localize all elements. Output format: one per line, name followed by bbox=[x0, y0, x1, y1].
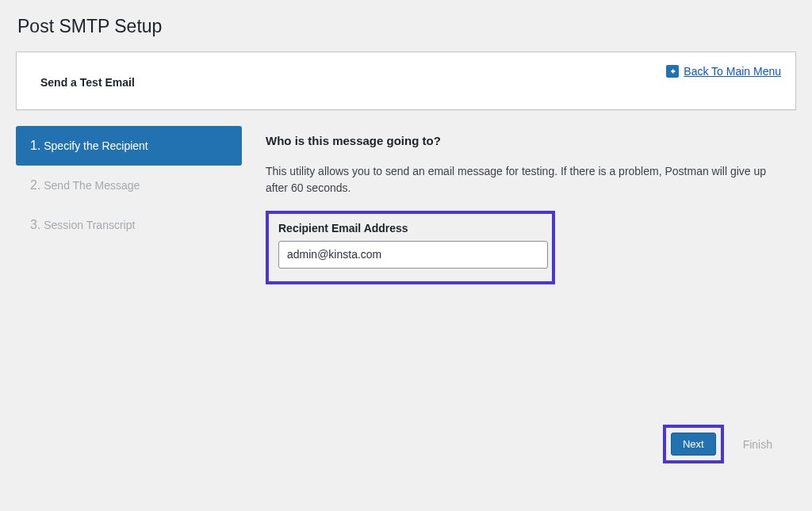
wizard-container: 1. Specify the Recipient 2. Send The Mes… bbox=[16, 126, 796, 284]
step-session-transcript[interactable]: 3. Session Transcript bbox=[16, 205, 242, 245]
step-number: 1. bbox=[30, 139, 40, 152]
page-title: Post SMTP Setup bbox=[16, 16, 796, 37]
content-description: This utility allows you to send an email… bbox=[266, 163, 780, 196]
step-label: Specify the Recipient bbox=[44, 139, 148, 152]
recipient-field-highlight: Recipient Email Address bbox=[266, 211, 555, 284]
recipient-email-label: Recipient Email Address bbox=[278, 222, 542, 235]
finish-button[interactable]: Finish bbox=[743, 438, 772, 451]
recipient-email-input[interactable] bbox=[278, 241, 548, 269]
wizard-footer: Next Finish bbox=[663, 425, 772, 463]
step-number: 2. bbox=[30, 178, 40, 192]
step-label: Send The Message bbox=[44, 179, 140, 192]
wizard-content: Who is this message going to? This utili… bbox=[266, 126, 796, 284]
next-button-highlight: Next bbox=[663, 425, 724, 463]
back-link-label: Back To Main Menu bbox=[684, 65, 781, 78]
content-heading: Who is this message going to? bbox=[266, 134, 780, 147]
step-send-message[interactable]: 2. Send The Message bbox=[16, 166, 242, 205]
wizard-steps: 1. Specify the Recipient 2. Send The Mes… bbox=[16, 126, 242, 284]
card-header: Send a Test Email Back To Main Menu bbox=[16, 51, 796, 110]
back-to-main-link[interactable]: Back To Main Menu bbox=[666, 65, 781, 78]
step-specify-recipient[interactable]: 1. Specify the Recipient bbox=[16, 126, 242, 166]
card-title: Send a Test Email bbox=[40, 76, 772, 89]
back-arrow-icon bbox=[666, 65, 679, 78]
step-number: 3. bbox=[30, 218, 40, 231]
step-label: Session Transcript bbox=[44, 219, 135, 231]
next-button[interactable]: Next bbox=[671, 433, 716, 456]
